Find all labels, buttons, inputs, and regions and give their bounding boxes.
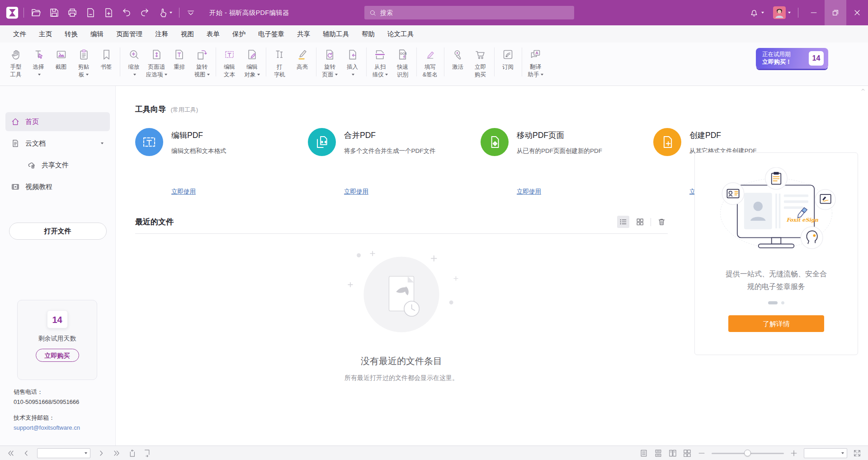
carousel-dot-active[interactable] bbox=[768, 301, 778, 304]
tool-card: 移动PDF页面 从已有的PDF页面创建新的PDF 立即使用 bbox=[481, 128, 653, 196]
zoom-slider-knob[interactable] bbox=[744, 450, 751, 456]
fullscreen-icon[interactable] bbox=[853, 449, 862, 458]
notifications-bell-icon[interactable] bbox=[749, 8, 759, 18]
collapse-ribbon-icon[interactable] bbox=[186, 8, 196, 18]
minimize-button[interactable] bbox=[803, 0, 825, 25]
toolbar-button[interactable]: 从扫 描仪 bbox=[369, 46, 392, 80]
close-button[interactable] bbox=[846, 0, 868, 25]
toolbar-button[interactable]: 截图 bbox=[50, 46, 72, 72]
dropdown-caret-icon bbox=[257, 74, 260, 76]
toolbar-button[interactable]: 书签 bbox=[95, 46, 118, 72]
menu-tab[interactable]: 视图 bbox=[175, 26, 200, 43]
previous-page-icon[interactable] bbox=[22, 449, 31, 458]
quick-access-button[interactable] bbox=[65, 5, 80, 20]
toolbar-button[interactable]: 填写 &签名 bbox=[419, 46, 442, 80]
toolbar-button-label: 快速 识别 bbox=[397, 63, 408, 78]
trash-icon[interactable] bbox=[656, 216, 668, 228]
quick-access-button[interactable] bbox=[119, 5, 134, 20]
toolbar-button[interactable]: 缩放 bbox=[123, 46, 145, 80]
toolbar-button[interactable]: 手型 工具 bbox=[5, 46, 27, 80]
toolbar-button[interactable]: A 翻译 助手 bbox=[524, 46, 547, 80]
menu-tab[interactable]: 辅助工具 bbox=[316, 26, 355, 43]
menu-tab[interactable]: 论文工具 bbox=[381, 26, 420, 43]
titlebar-right bbox=[749, 0, 868, 25]
menu-tab[interactable]: 文件 bbox=[7, 26, 33, 43]
zoom-level-combobox[interactable] bbox=[804, 448, 847, 458]
menu-tab[interactable]: 帮助 bbox=[355, 26, 381, 43]
use-now-link[interactable]: 立即使用 bbox=[171, 188, 226, 196]
toolbar-button[interactable]: 激活 bbox=[447, 46, 469, 72]
zoom-in-icon[interactable] bbox=[789, 449, 798, 458]
user-avatar[interactable] bbox=[773, 6, 786, 19]
page-number-combobox[interactable] bbox=[37, 448, 90, 458]
toolbar-button[interactable]: 插入 bbox=[341, 46, 364, 80]
last-page-icon[interactable] bbox=[112, 449, 121, 458]
facing-view-icon[interactable] bbox=[668, 449, 677, 458]
menu-tab[interactable]: 电子签章 bbox=[252, 26, 291, 43]
maximize-restore-button[interactable] bbox=[825, 0, 846, 25]
trial-banner[interactable]: 正在试用期 立即购买！ 14 bbox=[756, 48, 828, 69]
zoom-out-icon[interactable] bbox=[697, 449, 706, 458]
carousel-dot[interactable] bbox=[781, 301, 784, 304]
sidebar-item-video-tutorials[interactable]: 视频教程 bbox=[5, 177, 110, 196]
menu-tab[interactable]: 转换 bbox=[58, 26, 84, 43]
facing-continuous-view-icon[interactable] bbox=[683, 449, 692, 458]
support-email-link[interactable]: support@foxitsoftware.cn bbox=[14, 424, 80, 431]
quick-access-button[interactable] bbox=[137, 5, 152, 20]
toolbar-button-icon: A bbox=[529, 48, 542, 61]
quick-access-button[interactable] bbox=[155, 5, 175, 20]
toolbar-button[interactable]: 编辑 文本 bbox=[218, 46, 241, 80]
menu-tab[interactable]: 共享 bbox=[291, 26, 316, 43]
toolbar-button[interactable]: 立即 购买 bbox=[469, 46, 492, 80]
open-file-button[interactable]: 打开文件 bbox=[9, 223, 107, 240]
next-view-icon[interactable] bbox=[143, 449, 152, 458]
sidebar-item-cloud-docs[interactable]: 云文档 bbox=[5, 134, 110, 153]
quick-access-button[interactable] bbox=[101, 5, 116, 20]
toolbar-button[interactable]: 旋转 页面 bbox=[319, 46, 341, 80]
menu-tab[interactable]: 页面管理 bbox=[110, 26, 149, 43]
menu-tab[interactable]: 注释 bbox=[149, 26, 175, 43]
trial-days-badge: 14 bbox=[809, 51, 824, 66]
contact-info: 销售电话： 010-50951668/50951666 技术支持邮箱： supp… bbox=[14, 388, 80, 431]
use-now-link[interactable]: 立即使用 bbox=[344, 188, 436, 196]
dropdown-caret-icon[interactable] bbox=[761, 12, 764, 14]
learn-more-button[interactable]: 了解详情 bbox=[728, 315, 824, 332]
buy-now-button[interactable]: 立即购买 bbox=[36, 349, 79, 362]
menu-tab[interactable]: 编辑 bbox=[84, 26, 110, 43]
toolbar-button-label: 页面适 应选项 bbox=[146, 63, 167, 78]
previous-view-icon[interactable] bbox=[127, 449, 137, 458]
quick-access-button[interactable] bbox=[28, 5, 44, 20]
toolbar-button[interactable]: 重排 bbox=[168, 46, 191, 72]
continuous-view-icon[interactable] bbox=[654, 449, 663, 458]
toolbar-button[interactable]: 高亮 bbox=[291, 46, 314, 72]
toolbar-button[interactable]: 选择 bbox=[27, 46, 50, 80]
dropdown-caret-icon[interactable] bbox=[788, 12, 791, 14]
toolbar-button[interactable]: 剪贴 板 bbox=[72, 46, 95, 80]
sidebar-item-home[interactable]: 首页 bbox=[5, 112, 110, 131]
toolbar-button[interactable]: 旋转 视图 bbox=[191, 46, 213, 80]
toolbar-button[interactable]: 订阅 bbox=[497, 46, 519, 72]
search-box[interactable] bbox=[364, 6, 574, 19]
zoom-slider[interactable] bbox=[712, 450, 784, 457]
toolbar-group-divider bbox=[120, 47, 120, 76]
scrollbar-up-icon[interactable] bbox=[860, 86, 866, 93]
menu-tab[interactable]: 主页 bbox=[33, 26, 58, 43]
sidebar-item-shared-files[interactable]: 共享文件 bbox=[5, 156, 110, 175]
dropdown-caret-icon[interactable] bbox=[101, 142, 104, 144]
single-page-view-icon[interactable] bbox=[639, 449, 648, 458]
toolbar-button[interactable]: 页面适 应选项 bbox=[145, 46, 168, 80]
toolbar-button[interactable]: OCR 快速 识别 bbox=[392, 46, 414, 80]
menu-tab[interactable]: 表单 bbox=[200, 26, 226, 43]
quick-access-button[interactable] bbox=[83, 5, 98, 20]
menu-tab-label: 保护 bbox=[232, 30, 245, 38]
menu-tab[interactable]: 保护 bbox=[226, 26, 252, 43]
grid-view-icon[interactable] bbox=[634, 216, 646, 228]
next-page-icon[interactable] bbox=[97, 449, 106, 458]
toolbar-button[interactable]: 打 字机 bbox=[269, 46, 291, 80]
use-now-link[interactable]: 立即使用 bbox=[517, 188, 602, 196]
list-view-icon[interactable] bbox=[617, 216, 629, 228]
first-page-icon[interactable] bbox=[6, 449, 15, 458]
toolbar-button[interactable]: 编辑 对象 bbox=[241, 46, 264, 80]
search-input[interactable] bbox=[380, 9, 561, 16]
quick-access-button[interactable] bbox=[47, 5, 62, 20]
